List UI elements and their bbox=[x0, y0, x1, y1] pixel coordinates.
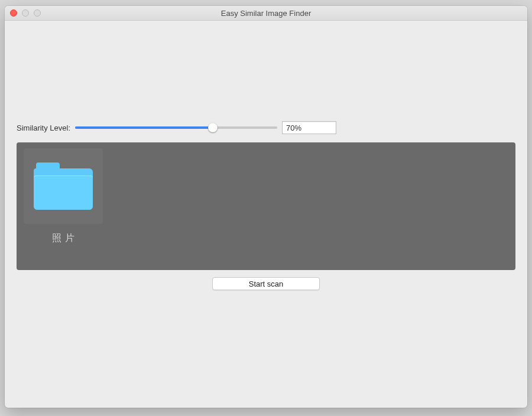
minimize-icon[interactable] bbox=[22, 9, 29, 17]
scan-row: Start scan bbox=[17, 277, 515, 290]
start-scan-button[interactable]: Start scan bbox=[212, 277, 320, 290]
window-title: Easy Similar Image Finder bbox=[221, 9, 311, 18]
slider-fill bbox=[75, 126, 213, 129]
zoom-icon[interactable] bbox=[34, 9, 41, 17]
slider-thumb[interactable] bbox=[208, 123, 218, 132]
similarity-label: Similarity Level: bbox=[17, 124, 70, 132]
folders-panel: 照片 bbox=[17, 142, 515, 270]
folder-icon bbox=[34, 162, 93, 210]
folder-thumb bbox=[24, 148, 103, 224]
titlebar: Easy Similar Image Finder bbox=[5, 6, 527, 21]
app-window: Easy Similar Image Finder Similarity Lev… bbox=[5, 6, 527, 408]
folder-label: 照片 bbox=[24, 232, 103, 245]
similarity-slider[interactable] bbox=[75, 122, 277, 134]
content-area: Similarity Level: 照片 St bbox=[5, 121, 527, 290]
close-icon[interactable] bbox=[10, 9, 17, 17]
similarity-row: Similarity Level: bbox=[17, 121, 515, 134]
similarity-input[interactable] bbox=[282, 121, 336, 134]
folder-item[interactable]: 照片 bbox=[24, 148, 103, 245]
traffic-lights bbox=[10, 9, 41, 17]
